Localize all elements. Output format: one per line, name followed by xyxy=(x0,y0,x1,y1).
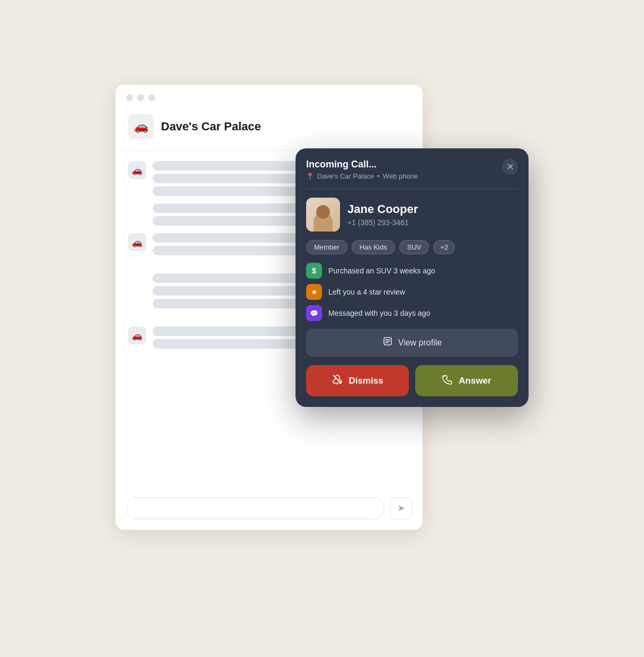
traffic-light-minimize[interactable] xyxy=(137,94,144,101)
chat-icon-1: 🚗 xyxy=(128,161,146,179)
activity-text-message: Messaged with you 3 days ago xyxy=(328,309,430,317)
tag-more: +2 xyxy=(433,240,455,254)
tag-suv: SUV xyxy=(399,240,430,254)
tag-member: Member xyxy=(306,240,347,254)
activity-icon-review: ★ xyxy=(306,284,322,300)
activity-review: ★ Left you a 4 star review xyxy=(306,284,518,300)
answer-label: Answer xyxy=(459,376,491,386)
profile-icon xyxy=(382,336,393,349)
activity-icon-message: 💬 xyxy=(306,305,322,321)
activity-purchase: $ Purchased an SUV 3 weeks ago xyxy=(306,263,518,279)
app-header: 🚗 Dave's Car Palace xyxy=(115,109,423,150)
contact-avatar xyxy=(306,198,340,232)
view-profile-label: View profile xyxy=(398,338,442,348)
traffic-light-close[interactable] xyxy=(126,94,133,101)
dismiss-button[interactable]: Dismiss xyxy=(306,365,409,396)
titlebar xyxy=(115,85,423,109)
contact-info: Jane Cooper +1 (385) 293-3461 xyxy=(347,202,418,227)
chat-bubble xyxy=(153,246,307,255)
location-icon: 📍 xyxy=(306,173,314,180)
tag-has-kids: Has Kids xyxy=(352,240,395,254)
view-profile-button[interactable]: View profile xyxy=(306,328,518,357)
app-logo: 🚗 xyxy=(128,114,154,139)
contact-name: Jane Cooper xyxy=(347,202,418,216)
chat-icon-3: 🚗 xyxy=(128,233,146,251)
activity-text-review: Left you a 4 star review xyxy=(328,288,405,296)
popup-subtitle-dot: • xyxy=(377,172,380,180)
chat-bubble xyxy=(153,187,307,196)
app-title: Dave's Car Palace xyxy=(161,120,261,134)
popup-subtitle: 📍 Dave's Car Palace • Web phone xyxy=(306,172,418,180)
call-popup: Incoming Call... 📍 Dave's Car Palace • W… xyxy=(296,148,529,407)
popup-subtitle-location: Dave's Car Palace xyxy=(317,172,374,180)
avatar-illustration xyxy=(306,198,340,232)
send-button[interactable]: ➤ xyxy=(390,497,412,519)
activity-message: 💬 Messaged with you 3 days ago xyxy=(306,305,518,321)
popup-title: Incoming Call... xyxy=(306,159,418,170)
chat-bubble xyxy=(153,299,307,308)
activity-icon-purchase: $ xyxy=(306,263,322,279)
dollar-icon: $ xyxy=(312,267,316,275)
contact-section: Jane Cooper +1 (385) 293-3461 xyxy=(296,189,529,240)
dismiss-icon xyxy=(332,374,343,388)
popup-header: Incoming Call... 📍 Dave's Car Palace • W… xyxy=(296,148,529,189)
contact-phone: +1 (385) 293-3461 xyxy=(347,218,418,227)
dismiss-label: Dismiss xyxy=(348,376,383,386)
message-input[interactable] xyxy=(126,497,384,519)
car-icon: 🚗 xyxy=(134,120,148,134)
tags-section: Member Has Kids SUV +2 xyxy=(296,240,529,263)
answer-button[interactable]: Answer xyxy=(415,365,518,396)
chat-icon-5: 🚗 xyxy=(128,326,146,344)
activity-text-purchase: Purchased an SUV 3 weeks ago xyxy=(328,267,435,275)
star-icon: ★ xyxy=(311,288,318,296)
chat-icon: 💬 xyxy=(310,309,318,317)
action-buttons: Dismiss Answer xyxy=(296,365,529,407)
close-button[interactable]: ✕ xyxy=(502,159,518,175)
activities-section: $ Purchased an SUV 3 weeks ago ★ Left yo… xyxy=(296,263,529,328)
send-icon: ➤ xyxy=(397,502,405,514)
input-bar: ➤ xyxy=(126,497,412,519)
answer-icon xyxy=(442,374,453,388)
popup-subtitle-channel: Web phone xyxy=(383,172,418,180)
traffic-light-maximize[interactable] xyxy=(148,94,155,101)
